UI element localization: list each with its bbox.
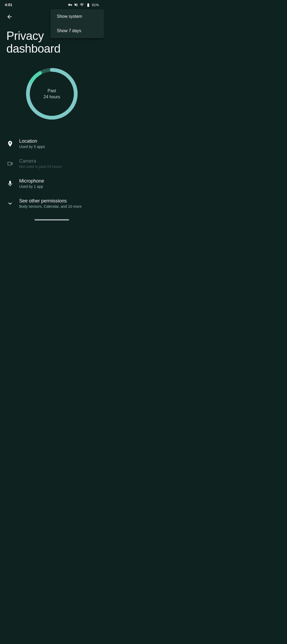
chart-center-text: Past 24 hours (44, 88, 60, 100)
permission-text-microphone: Microphone Used by 1 app (19, 178, 97, 189)
permission-list: Location Used by 5 apps Camera Not used … (0, 131, 104, 216)
permission-desc-other: Body sensors, Calendar, and 10 more (19, 204, 97, 209)
battery-icon (86, 3, 91, 7)
status-time: 4:01 (5, 3, 12, 7)
donut-chart: Past 24 hours (23, 65, 81, 123)
mute-icon (74, 3, 78, 7)
home-bar (35, 219, 69, 221)
back-button[interactable] (4, 11, 15, 22)
chevron-down-icon (6, 200, 14, 207)
permission-name-camera: Camera (19, 158, 97, 164)
status-bar: 4:01 81% (0, 0, 104, 9)
microphone-icon (6, 180, 14, 187)
permission-desc-location: Used by 5 apps (19, 145, 97, 149)
permission-desc-microphone: Used by 1 app (19, 184, 97, 189)
battery-level: 81% (86, 3, 99, 7)
permission-item-other[interactable]: See other permissions Body sensors, Cale… (0, 193, 104, 213)
key-icon (68, 3, 72, 7)
permission-item-location[interactable]: Location Used by 5 apps (0, 134, 104, 154)
permission-text-camera: Camera Not used in past 24 hours (19, 158, 97, 169)
permission-name-location: Location (19, 138, 97, 144)
chart-center-line2: 24 hours (44, 94, 60, 100)
toolbar: Show system Show 7 days (0, 9, 104, 24)
camera-icon (6, 160, 14, 167)
permission-text-location: Location Used by 5 apps (19, 138, 97, 149)
chart-section: Location Past 24 hours Microphone (0, 59, 104, 131)
home-indicator (0, 216, 104, 223)
wifi-icon (80, 3, 84, 7)
status-icons: 81% (68, 3, 99, 7)
dropdown-show-7days[interactable]: Show 7 days (50, 24, 104, 38)
permission-name-other: See other permissions (19, 198, 97, 204)
location-icon (6, 140, 14, 147)
back-arrow-icon (6, 14, 13, 20)
permission-item-microphone[interactable]: Microphone Used by 1 app (0, 173, 104, 193)
dropdown-menu: Show system Show 7 days (50, 9, 104, 38)
chart-center-line1: Past (44, 88, 60, 94)
permission-item-camera[interactable]: Camera Not used in past 24 hours (0, 154, 104, 173)
permission-name-microphone: Microphone (19, 178, 97, 184)
permission-desc-camera: Not used in past 24 hours (19, 164, 97, 169)
dropdown-show-system[interactable]: Show system (50, 9, 104, 24)
permission-text-other: See other permissions Body sensors, Cale… (19, 198, 97, 209)
